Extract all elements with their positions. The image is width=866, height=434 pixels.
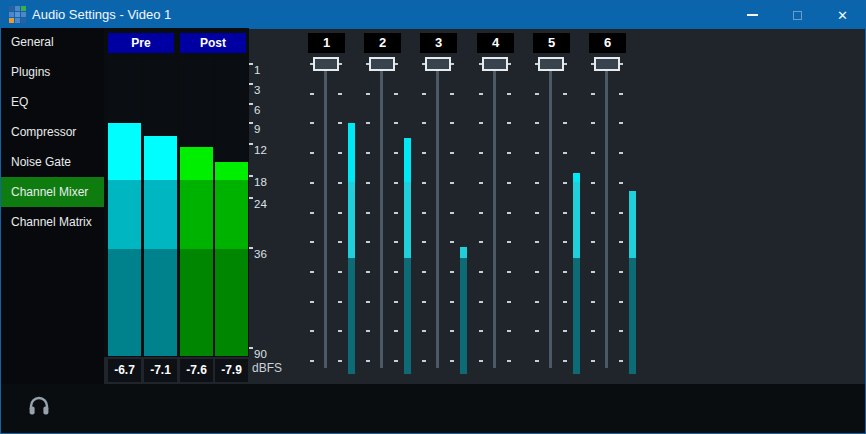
fader-tick <box>338 93 342 95</box>
fader-tick <box>507 330 511 332</box>
app-logo-cell <box>9 6 14 11</box>
fader-tick <box>310 93 314 95</box>
scale-tick <box>249 197 253 199</box>
fader-tick <box>450 212 454 214</box>
meter-group-header-post: Post <box>180 33 246 53</box>
fader-tick <box>394 152 398 154</box>
fader-tick <box>507 93 511 95</box>
app-logo-cell <box>15 12 20 17</box>
meter-group-header-pre: Pre <box>108 33 174 53</box>
fader-handle[interactable] <box>538 57 564 71</box>
fader-tick <box>535 301 539 303</box>
fader-tick <box>563 271 567 273</box>
fader-tick <box>563 330 567 332</box>
fader-handle[interactable] <box>482 57 508 71</box>
fader-tick <box>450 241 454 243</box>
app-logo-icon <box>9 6 26 23</box>
fader-handle[interactable] <box>425 57 451 71</box>
channel-meter <box>404 138 411 374</box>
app-logo-cell <box>9 18 14 23</box>
sidebar: GeneralPluginsEQCompressorNoise GateChan… <box>1 28 104 385</box>
fader-tick <box>310 241 314 243</box>
app-logo-cell <box>21 12 26 17</box>
maximize-icon <box>793 11 802 20</box>
fader-tick <box>563 122 567 124</box>
fader-tick <box>310 330 314 332</box>
sidebar-item-general[interactable]: General <box>1 27 104 57</box>
fader-tick <box>366 301 370 303</box>
scale-tick-label: 6 <box>254 104 260 116</box>
fader-tick <box>507 182 511 184</box>
fader-tick <box>535 241 539 243</box>
fader-tick <box>479 122 483 124</box>
sidebar-item-compressor[interactable]: Compressor <box>1 117 104 147</box>
fader-tick <box>563 152 567 154</box>
meter-value: -7.1 <box>144 359 177 382</box>
fader-tick <box>591 360 595 362</box>
fader-tick <box>507 271 511 273</box>
scale-tick-label: 12 <box>254 144 267 156</box>
headphones-icon[interactable] <box>27 393 51 417</box>
fader-tick <box>591 152 595 154</box>
channel-header: 1 <box>308 33 345 53</box>
fader-tick <box>338 271 342 273</box>
fader-tick <box>535 152 539 154</box>
fader-tick <box>450 182 454 184</box>
fader-tick <box>591 241 595 243</box>
fader-tick <box>394 360 398 362</box>
channel-header: 5 <box>533 33 570 53</box>
scale-tick <box>249 247 253 249</box>
sidebar-item-eq[interactable]: EQ <box>1 87 104 117</box>
fader-tick <box>479 93 483 95</box>
fader-tick <box>338 330 342 332</box>
scale-tick-label: 36 <box>254 248 267 260</box>
fader-tick <box>366 152 370 154</box>
sidebar-item-channel-matrix[interactable]: Channel Matrix <box>1 207 104 237</box>
app-logo-cell <box>15 6 20 11</box>
fader-tick <box>563 301 567 303</box>
fader-tick <box>563 360 567 362</box>
bottom-bar: Close <box>1 384 865 433</box>
fader-tick <box>366 212 370 214</box>
fader-handle[interactable] <box>594 57 620 71</box>
fader-track[interactable] <box>380 59 383 368</box>
scale-tick-label: 1 <box>254 64 260 76</box>
fader-track[interactable] <box>605 59 608 368</box>
fader-tick <box>619 271 623 273</box>
channel-meter <box>460 247 467 374</box>
fader-tick <box>366 330 370 332</box>
fader-tick <box>338 360 342 362</box>
fader-tick <box>422 241 426 243</box>
fader-tick <box>535 93 539 95</box>
fader-tick <box>479 301 483 303</box>
fader-tick <box>591 271 595 273</box>
fader-tick <box>394 330 398 332</box>
fader-tick <box>535 182 539 184</box>
fader-tick <box>394 271 398 273</box>
sidebar-item-channel-mixer[interactable]: Channel Mixer <box>1 177 104 207</box>
fader-handle[interactable] <box>369 57 395 71</box>
meter-bar <box>215 162 248 356</box>
fader-tick <box>338 152 342 154</box>
fader-tick <box>619 182 623 184</box>
fader-track[interactable] <box>549 59 552 368</box>
maximize-button[interactable] <box>775 1 820 29</box>
fader-tick <box>619 122 623 124</box>
fader-handle[interactable] <box>313 57 339 71</box>
fader-tick <box>338 212 342 214</box>
fader-track[interactable] <box>324 59 327 368</box>
fader-track[interactable] <box>493 59 496 368</box>
fader-track[interactable] <box>436 59 439 368</box>
minimize-button[interactable] <box>730 1 775 29</box>
fader-tick <box>366 93 370 95</box>
app-logo-cell <box>21 6 26 11</box>
close-window-button[interactable]: ✕ <box>820 1 865 29</box>
fader-tick <box>366 241 370 243</box>
scale-tick <box>249 122 253 124</box>
fader-tick <box>479 271 483 273</box>
sidebar-item-plugins[interactable]: Plugins <box>1 57 104 87</box>
fader-tick <box>338 301 342 303</box>
fader-tick <box>591 93 595 95</box>
sidebar-item-noise-gate[interactable]: Noise Gate <box>1 147 104 177</box>
fader-tick <box>479 182 483 184</box>
